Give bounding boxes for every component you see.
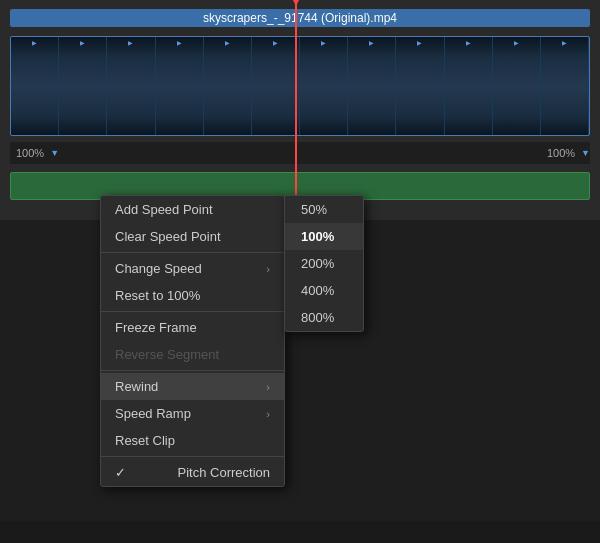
menu-item-pitch-correction[interactable]: ✓ Pitch Correction bbox=[101, 459, 284, 486]
rewind-submenu: 50% 100% 200% 400% 800% bbox=[284, 195, 364, 332]
playhead bbox=[295, 0, 297, 220]
speed-left-label: 100% bbox=[10, 147, 50, 159]
menu-item-label: Reverse Segment bbox=[115, 347, 219, 362]
film-frame bbox=[59, 37, 107, 135]
film-frame bbox=[493, 37, 541, 135]
film-frame bbox=[445, 37, 493, 135]
track-name: skyscrapers_-_91744 (Original).mp4 bbox=[10, 9, 590, 27]
speed-right-label: 100% bbox=[541, 147, 581, 159]
submenu-item-label: 200% bbox=[301, 256, 334, 271]
film-frame bbox=[348, 37, 396, 135]
film-frame bbox=[107, 37, 155, 135]
film-frame bbox=[300, 37, 348, 135]
menu-separator-2 bbox=[101, 311, 284, 312]
submenu-item-200[interactable]: 200% bbox=[285, 250, 363, 277]
menu-item-label: Speed Ramp bbox=[115, 406, 191, 421]
menu-item-rewind[interactable]: Rewind › bbox=[101, 373, 284, 400]
timeline-area: skyscrapers_-_91744 (Original).mp4 100% … bbox=[0, 0, 600, 220]
submenu-item-label: 100% bbox=[301, 229, 334, 244]
menu-item-clear-speed-point[interactable]: Clear Speed Point bbox=[101, 223, 284, 250]
film-frame bbox=[156, 37, 204, 135]
menu-item-reset-clip[interactable]: Reset Clip bbox=[101, 427, 284, 454]
submenu-arrow-icon: › bbox=[266, 263, 270, 275]
menu-item-speed-ramp[interactable]: Speed Ramp › bbox=[101, 400, 284, 427]
menu-item-label: Reset Clip bbox=[115, 433, 175, 448]
menu-item-add-speed-point[interactable]: Add Speed Point bbox=[101, 196, 284, 223]
menu-item-freeze-frame[interactable]: Freeze Frame bbox=[101, 314, 284, 341]
submenu-item-label: 800% bbox=[301, 310, 334, 325]
menu-item-label: Reset to 100% bbox=[115, 288, 200, 303]
video-track[interactable] bbox=[10, 36, 590, 136]
track-header: skyscrapers_-_91744 (Original).mp4 bbox=[10, 8, 590, 28]
menu-item-label: Rewind bbox=[115, 379, 158, 394]
submenu-item-50[interactable]: 50% bbox=[285, 196, 363, 223]
submenu-item-800[interactable]: 800% bbox=[285, 304, 363, 331]
film-frame bbox=[252, 37, 300, 135]
menu-item-label: Pitch Correction bbox=[178, 465, 270, 480]
menu-separator-4 bbox=[101, 456, 284, 457]
menu-separator-1 bbox=[101, 252, 284, 253]
speed-bar: 100% ▼ 100% ▼ bbox=[10, 142, 590, 164]
check-mark-icon: ✓ bbox=[115, 465, 126, 480]
submenu-arrow-icon: › bbox=[266, 381, 270, 393]
context-menu: Add Speed Point Clear Speed Point Change… bbox=[100, 195, 285, 487]
film-frame bbox=[541, 37, 589, 135]
menu-item-label: Add Speed Point bbox=[115, 202, 213, 217]
submenu-item-400[interactable]: 400% bbox=[285, 277, 363, 304]
speed-right-arrow: ▼ bbox=[581, 148, 590, 158]
submenu-arrow-icon: › bbox=[266, 408, 270, 420]
speed-left-arrow: ▼ bbox=[50, 148, 59, 158]
submenu-item-100[interactable]: 100% bbox=[285, 223, 363, 250]
menu-item-reset-to-100[interactable]: Reset to 100% bbox=[101, 282, 284, 309]
menu-separator-3 bbox=[101, 370, 284, 371]
film-strip bbox=[11, 37, 589, 135]
menu-item-change-speed[interactable]: Change Speed › bbox=[101, 255, 284, 282]
submenu-item-label: 400% bbox=[301, 283, 334, 298]
menu-item-reverse-segment: Reverse Segment bbox=[101, 341, 284, 368]
menu-item-label: Freeze Frame bbox=[115, 320, 197, 335]
submenu-item-label: 50% bbox=[301, 202, 327, 217]
bottom-bar bbox=[0, 521, 600, 543]
film-frame bbox=[204, 37, 252, 135]
menu-item-label: Clear Speed Point bbox=[115, 229, 221, 244]
menu-item-label: Change Speed bbox=[115, 261, 202, 276]
film-frame bbox=[396, 37, 444, 135]
playhead-marker bbox=[290, 0, 302, 6]
film-frame bbox=[11, 37, 59, 135]
